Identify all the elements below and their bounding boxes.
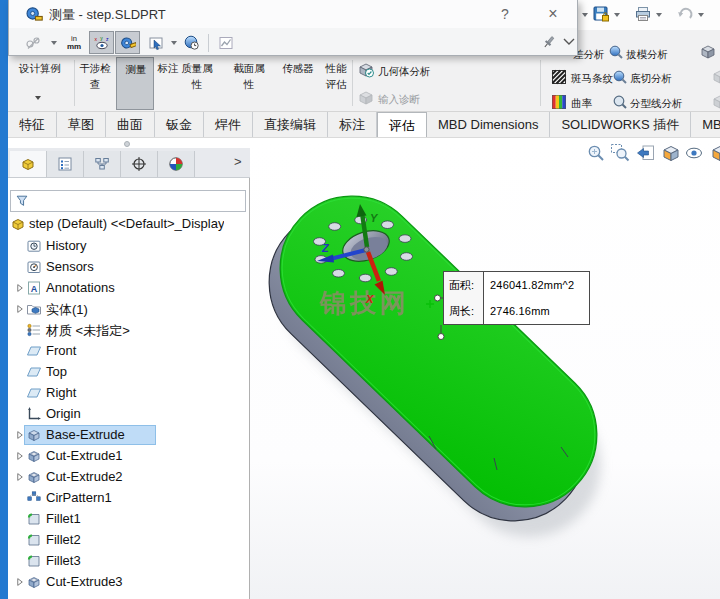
arc-measure-caret[interactable] (51, 41, 57, 45)
tree-item-cut-extrude3[interactable]: Cut-Extrude3 (8, 572, 248, 593)
markup-button[interactable]: 标注 (156, 60, 180, 76)
tab-feature-manager[interactable] (10, 151, 47, 177)
panel-tab-overflow[interactable]: > (234, 154, 242, 169)
splitter-handle[interactable] (124, 141, 130, 147)
panel-splitter[interactable] (8, 138, 250, 148)
collapse-dialog-chevron-icon[interactable] (563, 37, 575, 46)
partial-icon-row1[interactable] (700, 44, 716, 60)
close-button[interactable]: × (541, 3, 565, 25)
tree-item-right-plane[interactable]: Right (8, 383, 248, 404)
interference-check-button[interactable]: 干涉检查 (78, 60, 112, 92)
tab-mbd-dimensions[interactable]: MBD Dimensions (427, 112, 550, 138)
tree-item-label[interactable]: 材质 <未指定> (46, 322, 130, 340)
tree-item-fillet3[interactable]: Fillet3 (8, 551, 248, 572)
tree-item-solid-bodies[interactable]: 实体(1) (8, 299, 248, 320)
design-study-button[interactable]: 设计算例 (16, 60, 64, 76)
tab-evaluate[interactable]: 评估 (377, 112, 427, 138)
tree-item-material[interactable]: 材质 <未指定> (8, 320, 248, 341)
curvature-button[interactable]: 曲率 (571, 95, 599, 111)
measure-dialog-titlebar[interactable]: 测量 - step.SLDPRT ? × (9, 0, 577, 28)
expand-arrow-icon[interactable] (14, 576, 26, 588)
tree-item-label[interactable]: Top (46, 364, 67, 379)
tree-item-cirpattern1[interactable]: CirPattern1 (8, 488, 248, 509)
units-button[interactable]: in mm (61, 31, 87, 54)
tab-property-manager[interactable] (47, 151, 84, 177)
point-to-point-button[interactable] (143, 31, 169, 54)
tab-sketch[interactable]: 草图 (57, 112, 106, 138)
tree-item-origin[interactable]: Origin (8, 404, 248, 425)
tab-configuration-manager[interactable] (84, 151, 121, 177)
tab-direct-editing[interactable]: 直接编辑 (253, 112, 328, 138)
save-button[interactable] (592, 5, 610, 23)
expand-arrow-icon[interactable] (14, 450, 26, 462)
tree-item-fillet2[interactable]: Fillet2 (8, 530, 248, 551)
tree-item-label[interactable]: Right (46, 385, 76, 400)
tolerance-analysis-button[interactable]: 差分析 (573, 46, 613, 62)
print-button[interactable] (634, 5, 652, 23)
zebra-stripes-button[interactable]: 斑马条纹 (571, 70, 615, 86)
show-xyz-button[interactable] (89, 31, 114, 54)
expand-arrow-icon[interactable] (14, 471, 26, 483)
partial-icon-row2[interactable] (712, 69, 720, 85)
design-study-caret[interactable] (35, 96, 41, 100)
tree-item-label[interactable]: Cut-Extrude1 (46, 448, 123, 463)
parting-line-analysis-button[interactable]: 分型线分析 (630, 95, 688, 111)
tab-sheet-metal[interactable]: 钣金 (155, 112, 204, 138)
tree-item-history[interactable]: History (8, 236, 248, 257)
geometry-analysis-button[interactable]: 几何体分析 (378, 63, 442, 79)
measure-button-label[interactable]: 测量 (120, 61, 152, 77)
tree-item-label[interactable]: Sensors (46, 259, 94, 274)
tree-item-base-extrude[interactable]: Base-Extrude (8, 425, 248, 446)
performance-evaluation-button[interactable]: 性能评估 (324, 60, 348, 92)
undercut-analysis-button[interactable]: 底切分析 (630, 70, 678, 86)
point-to-point-caret[interactable] (171, 41, 177, 45)
tree-item-label[interactable]: Fillet1 (46, 511, 81, 526)
tree-item-top-plane[interactable]: Top (8, 362, 248, 383)
measurement-callout[interactable]: 面积: 246041.82mm^2 周长: 2746.16mm (443, 271, 590, 325)
tree-item-cut-extrude1[interactable]: Cut-Extrude1 (8, 446, 248, 467)
quick-measure-button[interactable] (115, 31, 140, 54)
print-dropdown-caret[interactable] (656, 13, 662, 17)
tab-mbd[interactable]: MBD (691, 112, 720, 138)
section-properties-button[interactable]: 截面属性 (232, 60, 266, 92)
model-scene[interactable]: 锦技网 Z Y X (250, 138, 720, 599)
tree-item-label[interactable]: Fillet3 (46, 553, 81, 568)
tab-dimxpert-manager[interactable] (121, 151, 158, 177)
tab-weldments[interactable]: 焊件 (204, 112, 253, 138)
measurement-history-button[interactable] (179, 31, 205, 54)
mass-properties-button[interactable]: 质量属性 (180, 60, 214, 92)
tab-display-manager[interactable] (158, 151, 195, 177)
graphics-viewport[interactable]: 锦技网 Z Y X (250, 138, 720, 599)
dropdown-caret[interactable] (582, 13, 588, 17)
tree-item-sensors[interactable]: Sensors (8, 257, 248, 278)
tree-root[interactable]: step (Default) <<Default>_Display (8, 214, 248, 235)
tree-item-label[interactable]: Origin (46, 406, 81, 421)
expand-arrow-icon[interactable] (14, 303, 26, 315)
tree-item-label[interactable]: History (46, 238, 86, 253)
tree-item-fillet1[interactable]: Fillet1 (8, 509, 248, 530)
tree-root-label[interactable]: step (Default) <<Default>_Display (29, 216, 224, 231)
help-button[interactable]: ? (493, 3, 517, 25)
tree-item-label[interactable]: Fillet2 (46, 532, 81, 547)
pin-dialog-icon[interactable] (541, 34, 557, 50)
part-top-face-selected[interactable] (250, 166, 626, 536)
arc-measure-button[interactable] (19, 31, 47, 54)
save-dropdown-caret[interactable] (614, 13, 620, 17)
undo-dropdown-caret[interactable] (698, 13, 704, 17)
draft-analysis-button[interactable]: 拔模分析 (626, 46, 674, 62)
tab-markup[interactable]: 标注 (328, 112, 377, 138)
partial-icon-row3[interactable] (712, 94, 720, 110)
tree-item-label[interactable]: Base-Extrude (46, 427, 125, 442)
tab-solidworks-addins[interactable]: SOLIDWORKS 插件 (550, 112, 691, 138)
tree-item-label[interactable]: Front (46, 343, 76, 358)
tree-filter-input[interactable] (10, 190, 246, 212)
tree-item-label[interactable]: 实体(1) (46, 301, 88, 319)
tree-item-label[interactable]: Annotations (46, 280, 115, 295)
tab-surfaces[interactable]: 曲面 (106, 112, 155, 138)
tree-item-label[interactable]: Cut-Extrude3 (46, 574, 123, 589)
tree-item-front-plane[interactable]: Front (8, 341, 248, 362)
undo-button[interactable] (676, 5, 694, 23)
tree-item-label[interactable]: Cut-Extrude2 (46, 469, 123, 484)
tree-item-annotations[interactable]: Annotations (8, 278, 248, 299)
tab-features[interactable]: 特征 (8, 112, 57, 138)
